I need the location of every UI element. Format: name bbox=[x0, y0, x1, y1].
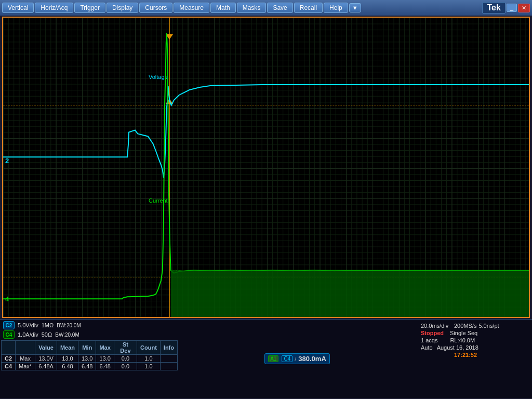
row-mean: 6.48 bbox=[57, 363, 78, 370]
menu-math[interactable]: Math bbox=[210, 3, 236, 13]
minimize-button[interactable]: _ bbox=[507, 4, 517, 12]
row-info bbox=[160, 355, 177, 363]
row-max: 6.48 bbox=[96, 363, 114, 370]
col-value: Value bbox=[35, 341, 57, 355]
ch2-badge: C2 bbox=[3, 321, 15, 329]
acqs-value: 1 acqs bbox=[421, 337, 437, 343]
row-ch: C4 bbox=[2, 363, 16, 370]
menu-recall[interactable]: Recall bbox=[294, 3, 323, 13]
menu-trigger[interactable]: Trigger bbox=[74, 3, 105, 13]
row-value: 13.0V bbox=[35, 355, 57, 363]
menu-cursors[interactable]: Cursors bbox=[139, 3, 172, 13]
meas-value: 380.0mA bbox=[298, 355, 326, 363]
state-row: Stopped Single Seq bbox=[421, 330, 527, 336]
timescale-value: 20.0ms/div bbox=[421, 323, 452, 329]
ch2-vdiv: 5.0V/div bbox=[18, 322, 38, 328]
row-max: 13.0 bbox=[96, 355, 114, 363]
row-type: Max bbox=[16, 355, 35, 363]
acqs-row: 1 acqs RL:40.0M bbox=[421, 337, 527, 343]
menu-measure[interactable]: Measure bbox=[174, 3, 209, 13]
row-min: 13.0 bbox=[78, 355, 96, 363]
measurement-table-body: C2 Max 13.0V 13.0 13.0 13.0 0.0 1.0 C4 M… bbox=[2, 355, 178, 370]
meas-badge: A1 C4 / 380.0mA bbox=[264, 353, 330, 364]
row-count: 1.0 bbox=[137, 355, 161, 363]
menu-vertical[interactable]: Vertical bbox=[2, 3, 34, 13]
time-value: 17:21:52 bbox=[454, 352, 477, 358]
menu-display[interactable]: Display bbox=[107, 3, 138, 13]
measurement-table: Value Mean Min Max St Dev Count Info C2 … bbox=[1, 340, 178, 370]
close-button[interactable]: ✕ bbox=[518, 4, 530, 12]
menu-horiz-acq[interactable]: Horiz/Acq bbox=[35, 3, 73, 13]
row-count: 1.0 bbox=[137, 363, 161, 370]
col-type bbox=[16, 341, 35, 355]
ch4-imp: 50Ω bbox=[42, 331, 52, 338]
row-stdev: 0.0 bbox=[114, 355, 137, 363]
meas-a1-label: A1 bbox=[268, 355, 278, 362]
svg-marker-1 bbox=[171, 271, 529, 317]
datetime-row: Auto August 16, 2018 bbox=[421, 344, 527, 351]
ptcount-value: 5.0ns/pt bbox=[478, 323, 499, 329]
menu-masks[interactable]: Masks bbox=[237, 3, 267, 13]
row-mean: 13.0 bbox=[57, 355, 78, 363]
row-info bbox=[160, 363, 177, 370]
date-value: August 16, 2018 bbox=[437, 344, 478, 351]
waveform-display bbox=[3, 18, 529, 317]
ch2-bw: BW:20.0M bbox=[57, 323, 81, 328]
time-row: 17:21:52 bbox=[421, 352, 527, 358]
row-min: 6.48 bbox=[78, 363, 96, 370]
state-value: Stopped bbox=[421, 330, 444, 336]
ch4-vdiv: 1.0A/div bbox=[18, 331, 38, 338]
row-ch: C2 bbox=[2, 355, 16, 363]
menu-bar: Vertical Horiz/Acq Trigger Display Curso… bbox=[0, 0, 532, 16]
ch4-badge: C4 bbox=[3, 330, 15, 339]
ch4-bw: BW:20.0M bbox=[55, 332, 79, 338]
meas-c4-label: C4 bbox=[282, 355, 292, 362]
meas-slash: / bbox=[295, 356, 296, 362]
row-value: 6.48A bbox=[35, 363, 57, 370]
oscilloscope-screen: 2 4 Voltage Current bbox=[2, 17, 530, 318]
samplerate-value: 200MS/s bbox=[454, 323, 476, 329]
menu-save[interactable]: Save bbox=[267, 3, 292, 13]
ch2-info-row: C2 5.0V/div 1MΩ BW:20.0M bbox=[1, 321, 178, 330]
col-count: Count bbox=[137, 341, 161, 355]
measurement-display: A1 C4 / 380.0mA bbox=[178, 321, 417, 397]
right-info-panel: 20.0ms/div 200MS/s 5.0ns/pt Stopped Sing… bbox=[417, 321, 531, 397]
brand-logo: Tek bbox=[482, 2, 505, 14]
table-row: C4 Max* 6.48A 6.48 6.48 6.48 0.0 1.0 bbox=[2, 363, 178, 370]
col-stdev: St Dev bbox=[114, 341, 137, 355]
table-row: C2 Max 13.0V 13.0 13.0 13.0 0.0 1.0 bbox=[2, 355, 178, 363]
auto-label: Auto bbox=[421, 344, 433, 351]
col-mean: Mean bbox=[57, 341, 78, 355]
col-min: Min bbox=[78, 341, 96, 355]
bottom-left: C2 5.0V/div 1MΩ BW:20.0M C4 1.0A/div 50Ω… bbox=[1, 321, 178, 397]
menu-dropdown[interactable]: ▼ bbox=[349, 3, 361, 12]
col-ch bbox=[2, 341, 16, 355]
row-type: Max* bbox=[16, 363, 35, 370]
row-stdev: 0.0 bbox=[114, 363, 137, 370]
ch4-info-row: C4 1.0A/div 50Ω BW:20.0M bbox=[1, 330, 178, 339]
status-bar: C2 5.0V/div 1MΩ BW:20.0M C4 1.0A/div 50Ω… bbox=[0, 319, 532, 398]
timescale-row: 20.0ms/div 200MS/s 5.0ns/pt bbox=[421, 323, 527, 329]
rl-value: RL:40.0M bbox=[450, 337, 475, 343]
col-max: Max bbox=[96, 341, 114, 355]
menu-help[interactable]: Help bbox=[324, 3, 348, 13]
ch2-imp: 1MΩ bbox=[42, 322, 54, 328]
mode-value: Single Seq bbox=[450, 330, 477, 336]
col-info: Info bbox=[160, 341, 177, 355]
